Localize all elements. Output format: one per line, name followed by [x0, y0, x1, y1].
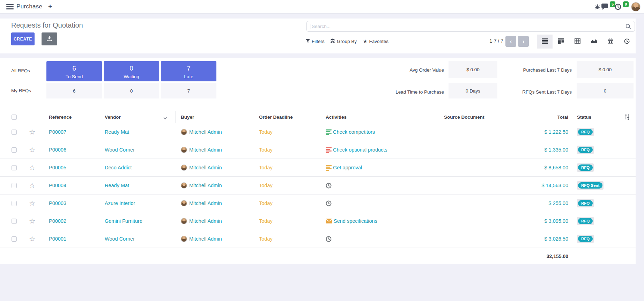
column-header-activities[interactable]: Activities: [326, 111, 347, 123]
status-badge: RFQ Sent: [577, 181, 604, 190]
column-header-source[interactable]: Source Document: [444, 111, 484, 123]
order-deadline: Today: [259, 230, 273, 248]
my-rfqs-waiting[interactable]: 0: [104, 83, 159, 98]
activity-label[interactable]: Get approval: [333, 165, 362, 170]
table-row[interactable]: ☆ P00006 Wood Corner Mitchell Admin Toda…: [0, 141, 636, 159]
vendor-link[interactable]: Deco Addict: [105, 165, 132, 170]
pivot-view-button[interactable]: [570, 35, 585, 49]
messages-icon[interactable]: [601, 3, 608, 12]
row-checkbox[interactable]: [12, 147, 17, 153]
app-name[interactable]: Purchase: [16, 3, 42, 10]
favorite-star-icon[interactable]: ☆: [29, 200, 35, 207]
pager-next-button[interactable]: ›: [518, 36, 529, 47]
table-row[interactable]: ☆ P00002 Gemini Furniture Mitchell Admin…: [0, 212, 636, 230]
calendar-view-button[interactable]: [602, 35, 618, 49]
buyer-link[interactable]: Mitchell Admin: [189, 236, 222, 242]
menu-icon[interactable]: [6, 4, 14, 9]
favorite-star-icon[interactable]: ☆: [29, 182, 35, 189]
row-checkbox[interactable]: [12, 130, 17, 135]
table-footer: 32,155.00: [0, 248, 636, 264]
my-rfqs-label: My RFQs: [11, 88, 31, 93]
row-checkbox[interactable]: [12, 183, 17, 188]
all-rfqs-late-button[interactable]: 7 Late: [161, 61, 216, 81]
reference-link[interactable]: P00006: [49, 147, 66, 153]
kanban-view-button[interactable]: [553, 35, 569, 49]
favorite-star-icon[interactable]: ☆: [29, 164, 35, 171]
activity-label[interactable]: Check competitors: [333, 129, 375, 135]
row-checkbox[interactable]: [12, 219, 17, 224]
favorite-star-icon[interactable]: ☆: [29, 146, 35, 153]
my-rfqs-late[interactable]: 7: [161, 83, 216, 98]
clock-activity-icon[interactable]: [326, 236, 332, 242]
vendor-link[interactable]: Ready Mat: [105, 129, 129, 135]
vendor-link[interactable]: Wood Corner: [105, 236, 135, 242]
activity-label[interactable]: Send specifications: [334, 218, 377, 224]
reference-link[interactable]: P00007: [49, 129, 66, 135]
buyer-link[interactable]: Mitchell Admin: [189, 200, 222, 206]
favorites-button[interactable]: ★ Favorites: [363, 37, 388, 45]
list-activity-icon[interactable]: [326, 129, 332, 135]
graph-view-button[interactable]: [586, 35, 602, 49]
vendor-link[interactable]: Ready Mat: [105, 183, 129, 188]
table-row[interactable]: ☆ P00007 Ready Mat Mitchell Admin Today …: [0, 123, 636, 141]
reference-link[interactable]: P00001: [49, 236, 66, 242]
reference-link[interactable]: P00005: [49, 165, 66, 170]
column-header-status[interactable]: Status: [577, 111, 591, 123]
buyer-link[interactable]: Mitchell Admin: [189, 129, 222, 135]
vendor-link[interactable]: Wood Corner: [105, 147, 135, 153]
column-header-deadline[interactable]: Order Deadline: [259, 111, 293, 123]
group-by-button[interactable]: Group By: [330, 37, 357, 45]
row-checkbox[interactable]: [12, 236, 17, 242]
user-avatar[interactable]: [631, 2, 641, 12]
clock-activity-icon[interactable]: [326, 183, 332, 189]
select-all-checkbox[interactable]: [12, 115, 17, 120]
reference-link[interactable]: P00004: [49, 183, 66, 188]
column-header-reference[interactable]: Reference: [49, 111, 72, 123]
list-activity-icon[interactable]: [326, 147, 332, 153]
new-tab-button[interactable]: +: [48, 2, 52, 10]
clock-activity-icon[interactable]: [326, 200, 332, 206]
bug-icon[interactable]: [594, 4, 600, 11]
activities-badge[interactable]: 9: [623, 1, 629, 7]
chevron-down-icon[interactable]: [163, 115, 167, 121]
list-activity-icon[interactable]: [326, 165, 332, 171]
table-row[interactable]: ☆ P00005 Deco Addict Mitchell Admin Toda…: [0, 159, 636, 177]
table-row[interactable]: ☆ P00003 Azure Interior Mitchell Admin T…: [0, 194, 636, 212]
activity-view-button[interactable]: [619, 35, 635, 49]
reference-link[interactable]: P00003: [49, 200, 66, 206]
row-checkbox[interactable]: [12, 201, 17, 206]
buyer-link[interactable]: Mitchell Admin: [189, 183, 222, 188]
my-rfqs-to-send[interactable]: 6: [46, 83, 102, 98]
activity-clock-icon[interactable]: [615, 3, 621, 12]
total-amount: $ 1,222.50: [544, 129, 568, 135]
column-header-buyer[interactable]: Buyer: [181, 111, 194, 123]
table-row[interactable]: ☆ P00001 Wood Corner Mitchell Admin Toda…: [0, 230, 636, 248]
create-button[interactable]: CREATE: [11, 32, 35, 45]
buyer-link[interactable]: Mitchell Admin: [189, 147, 222, 153]
vendor-link[interactable]: Gemini Furniture: [105, 218, 142, 224]
total-amount: $ 8,658.00: [544, 165, 568, 170]
filters-button[interactable]: Filters: [306, 37, 325, 45]
table-row[interactable]: ☆ P00004 Ready Mat Mitchell Admin Today …: [0, 177, 636, 194]
buyer-link[interactable]: Mitchell Admin: [189, 218, 222, 224]
all-rfqs-to-send-button[interactable]: 6 To Send: [46, 61, 102, 81]
pager-previous-button[interactable]: ‹: [505, 36, 516, 47]
column-header-vendor[interactable]: Vendor: [105, 111, 121, 123]
column-header-total[interactable]: Total: [506, 111, 568, 123]
vendor-link[interactable]: Azure Interior: [105, 200, 135, 206]
row-checkbox[interactable]: [12, 165, 17, 170]
activity-label[interactable]: Check optional products: [333, 147, 387, 153]
search-input[interactable]: [307, 21, 635, 31]
export-button[interactable]: [42, 32, 57, 45]
all-rfqs-waiting-button[interactable]: 0 Waiting: [104, 61, 159, 81]
adjust-columns-icon[interactable]: [624, 114, 630, 121]
top-navbar: Purchase + 5 9: [0, 0, 644, 14]
favorite-star-icon[interactable]: ☆: [29, 129, 35, 135]
search-icon[interactable]: [626, 24, 631, 31]
buyer-link[interactable]: Mitchell Admin: [189, 165, 222, 170]
favorite-star-icon[interactable]: ☆: [29, 218, 35, 225]
envelope-activity-icon[interactable]: [326, 219, 332, 223]
list-view-button[interactable]: [537, 35, 553, 49]
reference-link[interactable]: P00002: [49, 218, 66, 224]
favorite-star-icon[interactable]: ☆: [29, 235, 35, 242]
